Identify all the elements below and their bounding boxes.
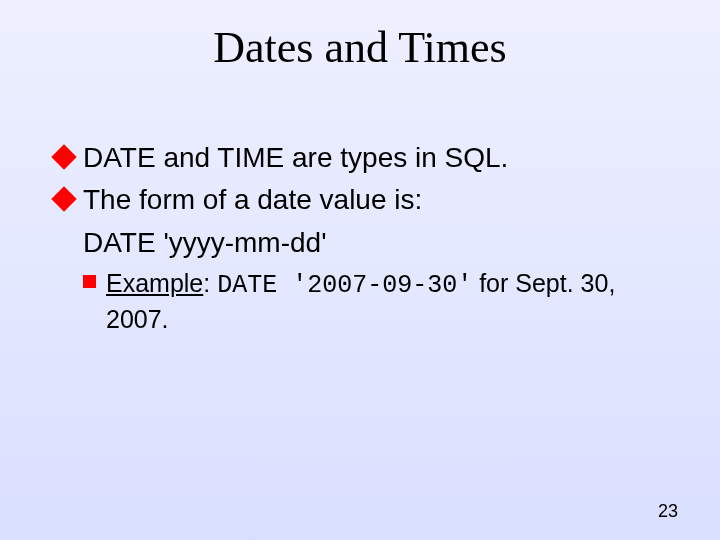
- example-line: Example: DATE '2007-09-30' for Sept. 30,…: [83, 267, 665, 335]
- slide-title: Dates and Times: [0, 22, 720, 73]
- example-label: Example: [106, 269, 203, 297]
- bullet-2: The form of a date value is:: [55, 182, 665, 218]
- bullet-1-text: DATE and TIME are types in SQL.: [83, 140, 508, 176]
- page-number: 23: [658, 501, 678, 522]
- bullet-2-subline: DATE 'yyyy-mm-dd': [83, 225, 665, 261]
- bullet-1: DATE and TIME are types in SQL.: [55, 140, 665, 176]
- example-text: Example: DATE '2007-09-30' for Sept. 30,…: [106, 267, 665, 335]
- example-code: DATE '2007-09-30': [217, 271, 472, 300]
- diamond-icon: [51, 187, 76, 212]
- bullet-2-text: The form of a date value is:: [83, 182, 422, 218]
- slide-body: DATE and TIME are types in SQL. The form…: [55, 140, 665, 335]
- square-icon: [83, 275, 96, 288]
- diamond-icon: [51, 144, 76, 169]
- example-sep: :: [203, 269, 217, 297]
- slide: Dates and Times DATE and TIME are types …: [0, 0, 720, 540]
